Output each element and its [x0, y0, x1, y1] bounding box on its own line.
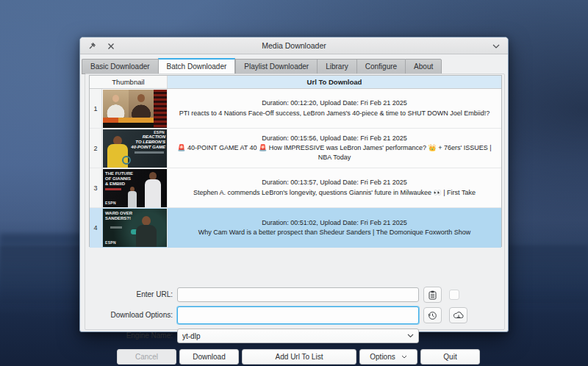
tab-about[interactable]: About: [405, 59, 442, 74]
thumbnail-caption: REACTION TO LEBRON'S 40-POINT GAME: [129, 134, 165, 150]
espn-watermark: ESPN: [105, 201, 116, 205]
thumbnail-host-right: [129, 90, 154, 118]
close-icon[interactable]: [106, 41, 116, 51]
history-clock-icon: [428, 311, 437, 320]
chevron-down-icon: [401, 355, 407, 359]
paste-clipboard-button[interactable]: [423, 287, 442, 303]
engine-select-value: yt-dlp: [182, 332, 200, 340]
tab-batch-downloader[interactable]: Batch Downloader: [158, 58, 236, 74]
tab-library[interactable]: Library: [317, 59, 356, 74]
download-options-label: Download Options:: [85, 311, 173, 319]
download-button[interactable]: Download: [179, 349, 239, 365]
options-menu-button[interactable]: Options: [359, 349, 417, 365]
table-row[interactable]: 2 REACTION TO LEBRON'S 40-POINT GAME: [90, 129, 501, 168]
tab-playlist-downloader[interactable]: Playlist Downloader: [235, 59, 317, 74]
thumbnail-logo-ring: [122, 156, 131, 165]
row-number: 2: [90, 129, 102, 168]
engine-name-label: Engine Name:: [85, 331, 173, 340]
espn-watermark: ESPN: [154, 130, 165, 134]
download-options-input[interactable]: [177, 306, 419, 324]
video-duration: Duration: 00:51:02, Upload Date: Fri Feb…: [262, 218, 407, 228]
batch-downloader-page: Thumbnail Url To Download 1: [85, 73, 505, 330]
monitor-clipboard-checkbox[interactable]: [449, 290, 459, 300]
pin-icon[interactable]: [87, 41, 97, 51]
titlebar: Media Downloader: [80, 37, 508, 54]
enter-url-label: Enter URL:: [85, 290, 173, 298]
add-url-to-list-button[interactable]: Add Url To List: [242, 349, 356, 365]
row-number: 1: [90, 89, 102, 128]
video-thumbnail: [103, 90, 167, 128]
espn-watermark: ESPN: [105, 240, 116, 245]
thumbnail-sidebar: [154, 90, 167, 128]
shade-chevron-icon[interactable]: [491, 41, 501, 51]
clipboard-icon: [429, 290, 437, 300]
thumbnail-player-right: [145, 172, 161, 207]
column-header-thumbnail: Thumbnail: [90, 76, 168, 88]
video-duration: Duration: 00:12:20, Upload Date: Fri Feb…: [262, 98, 407, 108]
thumbnail-caption: THE FUTURE OF GIANNIS & EMBIID: [105, 171, 133, 187]
options-history-button[interactable]: [423, 307, 442, 323]
engine-select[interactable]: yt-dlp: [177, 329, 419, 343]
video-title: 🚨 40-POINT GAME AT 40 🚨 How IMPRESSIVE w…: [172, 143, 497, 162]
video-title: Stephen A. commends LeBron's longevity, …: [193, 188, 476, 198]
thumbnail-ticker: [103, 118, 154, 123]
video-duration: Duration: 00:13:57, Upload Date: Fri Feb…: [262, 178, 407, 187]
video-thumbnail: THE FUTURE OF GIANNIS & EMBIID ESPN: [103, 169, 167, 207]
url-input[interactable]: [177, 287, 419, 302]
window-title: Media Downloader: [80, 41, 508, 50]
row-number: 3: [90, 168, 102, 207]
table-row[interactable]: 3 THE FUTURE OF GIANNIS & EMBIID ESPN: [90, 168, 501, 208]
table-header: Thumbnail Url To Download: [90, 76, 501, 89]
thumbnail-caption: WARD OVER SANDERS?!: [105, 211, 132, 221]
video-thumbnail: REACTION TO LEBRON'S 40-POINT GAME ESPN: [103, 129, 167, 168]
download-defaults-button[interactable]: [449, 307, 467, 323]
thumbnail-player-center: [128, 187, 137, 207]
chevron-down-icon: [407, 334, 414, 338]
video-title: Why Cam Ward is a better prospect than S…: [198, 228, 471, 237]
quit-button[interactable]: Quit: [420, 349, 480, 365]
tab-basic-downloader[interactable]: Basic Downloader: [82, 59, 158, 74]
thumbnail-host-left: [103, 90, 129, 118]
desktop-background: Media Downloader Basic Downloader Batch …: [0, 0, 588, 366]
cancel-button[interactable]: Cancel: [117, 349, 176, 365]
cloud-download-icon: [453, 312, 464, 320]
table-row-selected[interactable]: 4 WARD OVER SANDERS?! ESPN: [90, 208, 501, 248]
video-thumbnail: WARD OVER SANDERS?! ESPN: [103, 209, 167, 247]
row-number: 4: [90, 208, 102, 248]
video-title: PTI reacts to 4 Nations Face-Off success…: [179, 109, 490, 118]
thumbnail-lower-third: [103, 123, 154, 128]
app-window: Media Downloader Basic Downloader Batch …: [79, 37, 509, 332]
tab-bar: Basic Downloader Batch Downloader Playli…: [82, 58, 442, 74]
download-list-table: Thumbnail Url To Download 1: [89, 75, 502, 247]
table-row[interactable]: 1 Duration: 00:12:20, Upload Date: Fri F…: [90, 89, 501, 129]
video-duration: Duration: 00:15:56, Upload Date: Fri Feb…: [262, 134, 407, 143]
column-header-url: Url To Download: [168, 76, 501, 88]
tab-configure[interactable]: Configure: [356, 59, 405, 74]
